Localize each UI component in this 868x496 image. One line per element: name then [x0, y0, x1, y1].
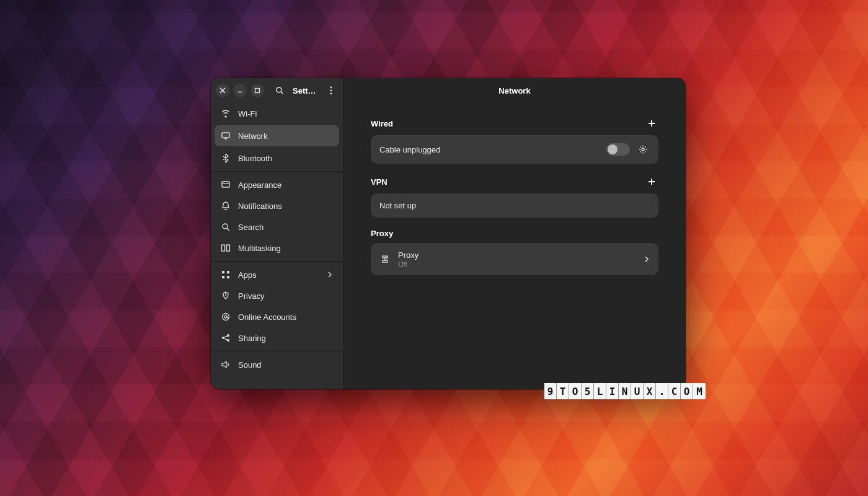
close-icon [219, 87, 226, 94]
close-button[interactable] [216, 84, 229, 97]
sidebar-item-sharing[interactable]: Sharing [211, 327, 343, 348]
appearance-icon [221, 180, 231, 190]
kebab-icon [330, 86, 332, 95]
sidebar-item-label: Search [238, 223, 264, 232]
svg-point-1 [277, 87, 281, 92]
maximize-button[interactable] [250, 84, 264, 97]
watermark-char: O [681, 383, 693, 399]
search-button[interactable] [272, 82, 288, 99]
sidebar-item-label: Multitasking [238, 244, 281, 253]
sidebar-item-search[interactable]: Search [211, 216, 343, 237]
sidebar-item-apps[interactable]: Apps [211, 264, 343, 285]
maximize-icon [254, 87, 260, 94]
sidebar-item-sound[interactable]: Sound [211, 354, 343, 375]
svg-rect-5 [222, 133, 229, 138]
minimize-button[interactable] [233, 84, 247, 97]
add-wired-button[interactable] [645, 117, 658, 130]
sidebar-item-multitasking[interactable]: Multitasking [211, 237, 343, 259]
proxy-section-header: Proxy [371, 229, 658, 238]
sidebar-header: Sett… [211, 78, 343, 103]
sidebar-item-bluetooth[interactable]: Bluetooth [211, 148, 343, 169]
plus-icon [647, 177, 656, 186]
svg-rect-6 [222, 182, 229, 187]
watermark-char: T [557, 383, 569, 399]
svg-point-14 [223, 314, 229, 321]
apps-icon [221, 270, 231, 280]
at-icon [221, 312, 231, 322]
wired-connection-row: Cable unplugged [371, 135, 658, 164]
watermark-char: O [569, 383, 582, 399]
sidebar-item-appearance[interactable]: Appearance [211, 174, 343, 195]
privacy-icon [221, 291, 231, 301]
toggle-knob [608, 144, 618, 154]
wired-title: Wired [371, 119, 393, 128]
gear-icon [638, 144, 648, 154]
sidebar-item-label: Wi-Fi [238, 109, 257, 118]
vpn-status-text: Not set up [379, 201, 416, 210]
sidebar-item-network[interactable]: Network [215, 125, 339, 146]
sidebar-separator [211, 261, 343, 262]
share-icon [221, 333, 231, 343]
minimize-icon [237, 87, 243, 94]
wired-status-text: Cable unplugged [379, 145, 440, 154]
watermark-char: L [594, 383, 606, 399]
sidebar-item-online-accounts[interactable]: Online Accounts [211, 306, 343, 327]
chevron-right-icon [327, 270, 333, 280]
proxy-icon [379, 254, 391, 264]
svg-point-7 [223, 224, 228, 229]
add-vpn-button[interactable] [645, 175, 658, 188]
sidebar-item-wifi[interactable]: Wi-Fi [211, 103, 343, 124]
sidebar-item-notifications[interactable]: Notifications [211, 195, 343, 216]
sidebar-item-label: Notifications [238, 202, 282, 211]
wired-toggle[interactable] [606, 143, 630, 156]
watermark-char: M [693, 383, 706, 399]
multitasking-icon [221, 243, 231, 253]
svg-rect-9 [227, 245, 230, 251]
wifi-icon [221, 108, 231, 118]
search-icon [221, 222, 231, 232]
sidebar-item-privacy[interactable]: Privacy [211, 285, 343, 306]
svg-rect-8 [222, 245, 225, 251]
watermark-char: I [606, 383, 619, 399]
sound-icon [221, 360, 231, 370]
content-pane: Network Wired Cable unplugged VPN [343, 78, 686, 389]
wired-section-header: Wired [371, 117, 658, 130]
proxy-title: Proxy [371, 229, 393, 238]
watermark-char: C [668, 383, 681, 399]
svg-rect-10 [222, 271, 224, 273]
svg-point-3 [330, 90, 332, 92]
sidebar-item-label: Bluetooth [238, 154, 272, 163]
content-title: Network [343, 78, 686, 103]
vpn-status-row: Not set up [371, 193, 658, 218]
wired-settings-button[interactable] [636, 143, 650, 156]
sidebar-item-label: Sharing [238, 334, 266, 343]
sidebar-item-label: Privacy [238, 291, 265, 301]
svg-point-4 [330, 93, 332, 95]
vpn-title: VPN [371, 177, 388, 187]
sidebar-item-label: Apps [238, 270, 257, 280]
sidebar-list: Wi-Fi Network Bluetooth Appearance Notif… [211, 103, 343, 389]
svg-point-19 [642, 148, 644, 151]
watermark: 9TO5LINUX.COM [544, 383, 706, 399]
proxy-row-text: Proxy Off [398, 250, 418, 268]
svg-point-2 [330, 87, 332, 89]
svg-rect-0 [255, 89, 260, 93]
watermark-char: X [644, 383, 656, 399]
plus-icon [647, 119, 656, 128]
proxy-row-status: Off [398, 260, 418, 268]
content-body: Wired Cable unplugged VPN [343, 103, 686, 295]
sidebar-item-label: Network [238, 131, 268, 141]
search-icon [275, 86, 284, 95]
watermark-char: 9 [544, 383, 557, 399]
watermark-char: . [656, 383, 668, 399]
main-menu-button[interactable] [324, 82, 338, 99]
sidebar-item-label: Online Accounts [238, 312, 296, 322]
watermark-char: N [619, 383, 631, 399]
sidebar-separator [211, 351, 343, 352]
proxy-row[interactable]: Proxy Off [371, 243, 658, 275]
network-icon [221, 131, 231, 141]
proxy-row-label: Proxy [398, 250, 418, 260]
bell-icon [221, 201, 231, 211]
settings-window: Sett… Wi-Fi Network Bluetooth Appeara [211, 78, 686, 389]
vpn-section-header: VPN [371, 175, 658, 188]
